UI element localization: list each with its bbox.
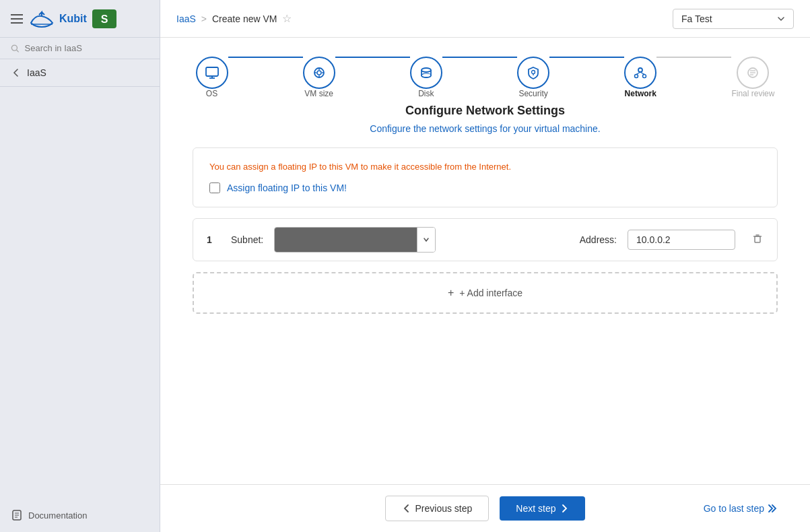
step-vmsize-label: VM size	[304, 89, 333, 98]
documentation-link[interactable]: Documentation	[0, 498, 160, 532]
subnet-select-wrapper[interactable]	[274, 227, 436, 253]
logo-text: Kubit	[59, 13, 87, 25]
breadcrumb-current: Create new VM	[212, 13, 277, 24]
address-input[interactable]	[628, 230, 735, 250]
sidebar-header: Kubit S	[0, 0, 160, 38]
svg-point-19	[421, 73, 431, 77]
trash-icon	[751, 232, 764, 244]
main-content: IaaS > Create new VM ☆ Fa Test	[160, 0, 810, 532]
page-subtitle: Configure the network settings for your …	[160, 123, 810, 134]
project-selector[interactable]: Fa Test	[673, 9, 794, 29]
connector-1	[228, 57, 303, 58]
floating-ip-checkbox[interactable]	[209, 182, 220, 193]
back-arrow-icon	[11, 67, 22, 78]
subnet-number: 1	[207, 234, 220, 245]
breadcrumb-parent[interactable]: IaaS	[176, 13, 196, 24]
kubit-logo-icon	[30, 9, 54, 28]
subnet-label: Subnet:	[231, 234, 263, 245]
svg-point-18	[421, 68, 431, 72]
go-to-last-step-button[interactable]: Go to last step	[704, 503, 778, 514]
connector-2	[335, 57, 410, 58]
footer-buttons: Previous step Next step Go to last step	[160, 484, 810, 532]
network-icon	[633, 65, 648, 80]
svg-line-4	[17, 50, 19, 52]
step-final-review: Final review	[731, 57, 774, 98]
last-step-label: Go to last step	[704, 503, 764, 514]
svg-text:S: S	[101, 13, 108, 25]
svg-line-26	[640, 72, 644, 75]
delete-subnet-icon[interactable]	[751, 232, 764, 248]
page-subtitle-text: Configure the network settings for your …	[370, 123, 600, 134]
final-review-icon	[745, 65, 760, 80]
add-interface-button[interactable]: + + Add interface	[193, 272, 778, 314]
chevron-down-icon	[777, 15, 785, 23]
step-disk: Disk	[410, 57, 442, 98]
content-area: You can assign a floating IP to this VM …	[160, 147, 810, 484]
double-chevron-right-icon	[767, 504, 778, 513]
svg-rect-31	[755, 236, 760, 242]
subnet-select-bg	[275, 228, 417, 252]
connector-5	[656, 57, 731, 58]
chevron-right-icon	[560, 504, 569, 513]
doc-icon	[11, 509, 23, 521]
chevron-down-small-icon	[423, 236, 430, 243]
add-interface-label: + Add interface	[459, 288, 522, 298]
wizard-steps: OS VM size	[196, 57, 775, 98]
documentation-label: Documentation	[28, 510, 87, 521]
svg-point-24	[643, 75, 646, 78]
step-network: Network	[624, 57, 656, 98]
floating-ip-checkbox-row: Assign floating IP to this VM!	[209, 182, 761, 193]
step-os-label: OS	[206, 89, 217, 98]
connector-4	[549, 57, 624, 58]
step-final-review-label: Final review	[731, 89, 774, 98]
svg-rect-9	[206, 67, 218, 76]
subnet-dropdown-arrow[interactable]	[417, 228, 435, 252]
search-box[interactable]	[0, 38, 160, 59]
previous-step-button[interactable]: Previous step	[385, 496, 490, 521]
step-network-label: Network	[625, 89, 656, 98]
page-title: Configure Network Settings	[160, 104, 810, 118]
step-vm-size: VM size	[303, 57, 335, 98]
address-label: Address:	[580, 234, 617, 245]
disk-icon	[419, 65, 434, 80]
page-title-area: Configure Network Settings Configure the…	[160, 98, 810, 147]
next-step-label: Next step	[516, 503, 555, 514]
hamburger-menu[interactable]	[11, 14, 23, 24]
s-logo-icon: S	[92, 9, 116, 28]
os-icon	[205, 65, 220, 80]
step-security: Security	[517, 57, 549, 98]
breadcrumb: IaaS > Create new VM ☆	[176, 12, 292, 25]
add-interface-icon: +	[448, 287, 454, 299]
next-step-button[interactable]: Next step	[500, 496, 585, 521]
step-os: OS	[196, 57, 228, 98]
floating-ip-checkbox-label[interactable]: Assign floating IP to this VM!	[227, 182, 347, 193]
chevron-left-icon	[402, 504, 411, 513]
search-input[interactable]	[25, 43, 149, 53]
favorite-icon[interactable]: ☆	[282, 12, 292, 25]
logo-area: Kubit S	[30, 9, 116, 28]
security-icon	[526, 65, 541, 80]
search-icon	[11, 44, 20, 53]
prev-step-label: Previous step	[415, 503, 473, 514]
svg-point-3	[11, 45, 17, 51]
connector-3	[442, 57, 517, 58]
floating-ip-box: You can assign a floating IP to this VM …	[193, 147, 778, 207]
breadcrumb-separator: >	[201, 13, 207, 24]
step-security-label: Security	[518, 89, 547, 98]
svg-line-25	[636, 72, 640, 75]
wizard-container: OS VM size	[160, 38, 810, 98]
sidebar: Kubit S IaaS Documentation	[0, 0, 160, 532]
sidebar-back-link[interactable]: IaaS	[0, 59, 160, 87]
svg-point-13	[317, 71, 321, 75]
svg-point-23	[635, 75, 638, 78]
floating-ip-info-text: You can assign a floating IP to this VM …	[209, 162, 761, 172]
step-disk-label: Disk	[418, 89, 434, 98]
vm-size-icon	[312, 65, 327, 80]
subnet-row: 1 Subnet: Address:	[193, 218, 778, 261]
svg-point-20	[532, 71, 535, 74]
project-name: Fa Test	[681, 13, 712, 24]
topbar: IaaS > Create new VM ☆ Fa Test	[160, 0, 810, 38]
svg-point-22	[638, 68, 642, 72]
sidebar-back-label: IaaS	[27, 67, 46, 78]
